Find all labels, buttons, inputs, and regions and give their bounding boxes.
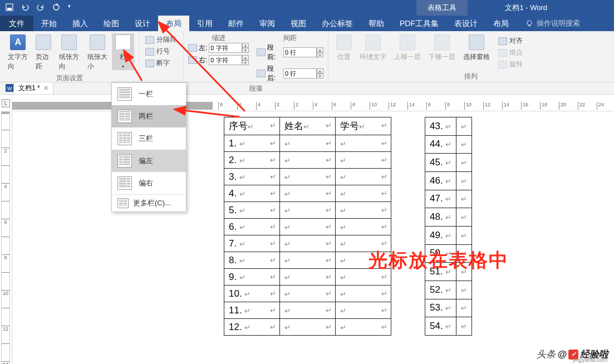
table-cell[interactable]: ↵↵ xyxy=(336,319,391,336)
table-cell[interactable]: 47. ↵ xyxy=(425,190,456,208)
table-cell[interactable]: 53. ↵ xyxy=(425,299,456,317)
table-cell[interactable]: ↵↵ xyxy=(280,169,336,185)
table-cell[interactable]: ↵ xyxy=(456,117,472,136)
table-cell[interactable]: ↵ xyxy=(456,171,472,190)
table-cell[interactable]: 3. ↵↵ xyxy=(224,169,280,185)
table-cell[interactable]: ↵↵ xyxy=(336,302,391,319)
tab-insert[interactable]: 插入 xyxy=(65,16,96,31)
table-cell[interactable]: ↵↵ xyxy=(336,286,391,302)
spin-down[interactable]: ▾ xyxy=(317,73,323,78)
spin-up[interactable]: ▴ xyxy=(242,55,249,60)
table-cell[interactable]: 43. ↵ xyxy=(425,117,456,136)
tab-file[interactable]: 文件 xyxy=(0,16,33,31)
spin-up[interactable]: ▴ xyxy=(317,68,323,73)
table-cell[interactable]: 11. ↵↵ xyxy=(224,302,280,319)
table-cell[interactable]: ↵↵ xyxy=(280,152,336,169)
columns-right[interactable]: 偏右 xyxy=(112,172,186,194)
table-cell[interactable]: ↵ xyxy=(456,190,472,208)
table-cell[interactable]: ↵↵ xyxy=(336,169,391,185)
tab-home[interactable]: 开始 xyxy=(33,16,65,31)
spacing-before-input[interactable] xyxy=(283,47,317,57)
table-cell[interactable]: 45. ↵ xyxy=(425,154,456,172)
redo-icon[interactable] xyxy=(37,3,45,13)
refresh-icon[interactable] xyxy=(52,3,60,13)
table-cell[interactable]: ↵↵ xyxy=(336,185,391,202)
columns-two[interactable]: 两栏 xyxy=(112,105,186,127)
tab-office[interactable]: 办公标签 xyxy=(314,16,361,31)
table-cell[interactable]: 10. ↵↵ xyxy=(224,286,280,302)
hyphenation-button[interactable]: 断字 xyxy=(144,58,179,68)
table-cell[interactable]: ↵↵ xyxy=(336,152,391,169)
table-cell[interactable]: ↵ xyxy=(456,135,472,154)
spin-up[interactable]: ▴ xyxy=(242,43,249,48)
document-table-right[interactable]: 43. ↵↵44. ↵↵45. ↵↵46. ↵↵47. ↵↵48. ↵↵49. … xyxy=(425,117,472,336)
table-cell[interactable]: ↵ xyxy=(456,281,472,299)
table-cell[interactable]: ↵↵ xyxy=(336,202,391,219)
text-direction-button[interactable]: A文字方向 xyxy=(4,33,31,72)
margins-button[interactable]: 页边距 xyxy=(32,33,55,72)
spacing-after-input[interactable] xyxy=(283,68,317,78)
columns-three[interactable]: 三栏 xyxy=(112,127,186,150)
tab-layout[interactable]: 布局 xyxy=(158,16,189,31)
table-header-cell[interactable]: 姓名↵↵ xyxy=(280,117,336,135)
qat-more-icon[interactable]: ▾ xyxy=(68,3,71,13)
table-cell[interactable]: ↵ xyxy=(456,317,472,336)
table-cell[interactable]: ↵ xyxy=(456,226,472,244)
table-cell[interactable]: 46. ↵ xyxy=(425,171,456,190)
table-cell[interactable]: 48. ↵ xyxy=(425,208,456,227)
table-cell[interactable]: ↵ xyxy=(456,299,472,317)
tell-me-search[interactable]: 操作说明搜索 xyxy=(525,18,580,28)
columns-left[interactable]: 偏左 xyxy=(112,150,186,172)
tab-pdf-tools[interactable]: PDF工具集 xyxy=(392,16,446,31)
table-cell[interactable]: 12. ↵↵ xyxy=(224,319,280,336)
tab-stop-icon[interactable]: L xyxy=(2,99,10,107)
tab-review[interactable]: 审阅 xyxy=(252,16,283,31)
line-numbers-button[interactable]: 行号 xyxy=(144,46,179,57)
save-icon[interactable] xyxy=(6,3,13,13)
tab-table-layout[interactable]: 布局 xyxy=(485,16,517,31)
columns-more[interactable]: 更多栏(C)... xyxy=(112,195,186,211)
table-cell[interactable]: 7. ↵↵ xyxy=(224,235,280,252)
tab-view[interactable]: 视图 xyxy=(283,16,314,31)
table-cell[interactable]: ↵↵ xyxy=(336,135,391,152)
table-cell[interactable]: 4. ↵↵ xyxy=(224,185,280,202)
table-cell[interactable]: ↵↵ xyxy=(280,269,336,286)
breaks-button[interactable]: 分隔符 xyxy=(144,35,179,45)
table-cell[interactable]: ↵↵ xyxy=(280,319,336,336)
table-cell[interactable]: ↵↵ xyxy=(280,286,336,302)
table-cell[interactable]: 49. ↵ xyxy=(425,226,456,244)
orientation-button[interactable]: 纸张方向 xyxy=(56,33,82,72)
size-button[interactable]: 纸张大小 xyxy=(84,33,111,72)
table-cell[interactable]: ↵ xyxy=(456,208,472,227)
table-cell[interactable]: ↵↵ xyxy=(280,135,336,152)
table-cell[interactable]: 54. ↵ xyxy=(425,317,456,336)
table-header-cell[interactable]: 序号↵↵ xyxy=(224,117,280,135)
tab-help[interactable]: 帮助 xyxy=(361,16,392,31)
table-cell[interactable]: 44. ↵ xyxy=(425,135,456,154)
table-cell[interactable]: ↵↵ xyxy=(280,302,336,319)
table-cell[interactable]: ↵ xyxy=(456,154,472,172)
table-cell[interactable]: ↵↵ xyxy=(336,219,391,235)
tab-references[interactable]: 引用 xyxy=(189,16,220,31)
undo-icon[interactable] xyxy=(21,3,29,13)
table-cell[interactable]: ↵↵ xyxy=(280,185,336,202)
columns-button[interactable]: 栏▾ xyxy=(112,33,134,70)
close-tab-icon[interactable]: ✕ xyxy=(43,85,48,92)
table-cell[interactable]: ↵↵ xyxy=(280,219,336,235)
spin-down[interactable]: ▾ xyxy=(317,52,323,57)
table-cell[interactable]: 1. ↵↵ xyxy=(224,135,280,152)
table-cell[interactable]: 8. ↵↵ xyxy=(224,252,280,269)
table-cell[interactable]: 52. ↵ xyxy=(425,281,456,299)
table-cell[interactable]: ↵↵ xyxy=(280,252,336,269)
table-cell[interactable]: 9. ↵↵ xyxy=(224,269,280,286)
selection-pane-button[interactable]: 选择窗格 xyxy=(460,33,493,63)
columns-one[interactable]: 一栏 xyxy=(112,83,186,105)
table-cell[interactable]: ↵↵ xyxy=(280,202,336,219)
table-cell[interactable]: 5. ↵↵ xyxy=(224,202,280,219)
indent-right-input[interactable] xyxy=(209,55,242,65)
align-button[interactable]: 对齐 xyxy=(497,36,524,46)
spin-up[interactable]: ▴ xyxy=(317,47,323,52)
tab-design[interactable]: 设计 xyxy=(127,16,158,31)
tab-draw[interactable]: 绘图 xyxy=(96,16,127,31)
document-table-left[interactable]: 序号↵↵姓名↵↵学号↵↵1. ↵↵↵↵↵↵2. ↵↵↵↵↵↵3. ↵↵↵↵↵↵4… xyxy=(224,117,391,336)
